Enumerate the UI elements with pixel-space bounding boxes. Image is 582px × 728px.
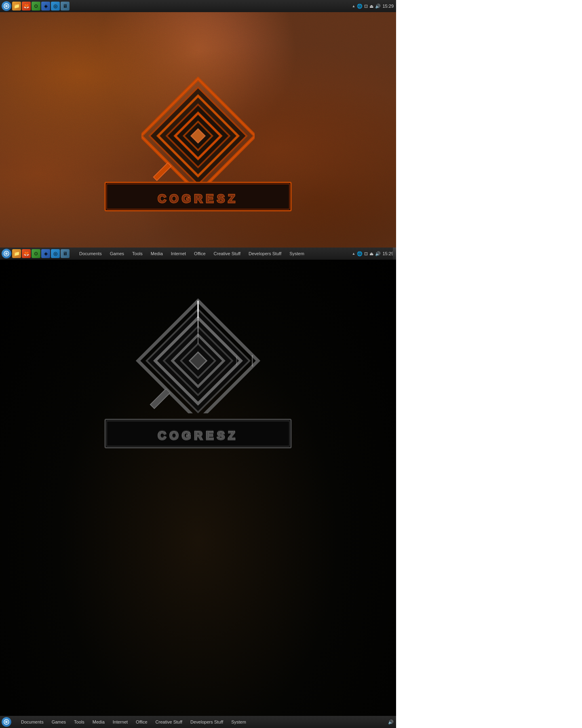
bottom-menu-tools[interactable]: Tools <box>70 716 89 728</box>
desktop-bottom: cogresz cogresz cogresz cogresz Document… <box>0 260 396 728</box>
app2-icon-2[interactable]: ◎ <box>51 249 60 258</box>
tray-icon-disp: ⊡ <box>364 4 368 9</box>
desktop-top: 📁 🦊 ⊙ ◈ ◎ 🖥 ▲ 🌐 ⊡ ⏏ 🔊 15:29 <box>0 0 396 248</box>
svg-text:cogresz: cogresz <box>158 423 238 442</box>
menu-item-media[interactable]: Media <box>147 248 167 260</box>
taskbar-top: 📁 🦊 ⊙ ◈ ◎ 🖥 ▲ 🌐 ⊡ ⏏ 🔊 15:29 <box>0 0 396 12</box>
bottom-menu-documents[interactable]: Documents <box>17 716 48 728</box>
svg-point-19 <box>5 252 8 255</box>
taskbar-menu: 📁 🦊 ⊙ ◈ ◎ 🖥 Documents Games Tools Media … <box>0 248 396 260</box>
monitor-icon-2[interactable]: 🖥 <box>61 249 70 258</box>
folder-icon-2[interactable]: 📁 <box>12 249 21 258</box>
start-button[interactable] <box>2 1 11 11</box>
menu-items: Documents Games Tools Media Internet Off… <box>71 248 352 260</box>
tray-net-2: 🌐 <box>357 251 363 256</box>
svg-rect-31 <box>150 389 170 408</box>
menu-item-creative[interactable]: Creative Stuff <box>210 248 245 260</box>
svg-rect-9 <box>154 163 171 180</box>
bottom-menu-items: Documents Games Tools Media Internet Off… <box>13 716 388 728</box>
monitor-icon[interactable]: 🖥 <box>61 2 70 11</box>
bottom-menu-media[interactable]: Media <box>89 716 109 728</box>
start-button-2[interactable] <box>2 249 11 258</box>
taskbar-bottom-left <box>0 717 13 727</box>
taskbar-time: 15:29 <box>382 4 394 8</box>
bottom-menu-creative[interactable]: Creative Stuff <box>152 716 186 728</box>
folder-icon[interactable]: 📁 <box>12 2 21 11</box>
taskbar-menu-right: ▲ 🌐 ⊡ ⏏ 🔊 15:29 <box>352 251 396 256</box>
bottom-menu-office[interactable]: Office <box>132 716 152 728</box>
menu-item-tools[interactable]: Tools <box>128 248 147 260</box>
menu-item-internet[interactable]: Internet <box>167 248 190 260</box>
bottom-menu-internet[interactable]: Internet <box>109 716 132 728</box>
taskbar-bottom-right: 🔊 <box>388 720 396 725</box>
tray-arrow-2[interactable]: ▲ <box>352 252 356 256</box>
tray-disp-2: ⊡ <box>364 251 368 256</box>
tray-icon-usb: ⏏ <box>369 4 373 9</box>
taskbar-bottom: Documents Games Tools Media Internet Off… <box>0 716 396 728</box>
logo-diamond-dark <box>135 272 261 413</box>
svg-point-1 <box>5 5 8 7</box>
firefox-icon[interactable]: 🦊 <box>22 2 31 11</box>
logo-diamond-rust <box>141 55 255 184</box>
logo-text-dark: cogresz cogresz cogresz cogresz <box>101 417 295 450</box>
menu-item-office[interactable]: Office <box>190 248 210 260</box>
scroll-button[interactable] <box>393 248 396 260</box>
tray-vol-2: 🔊 <box>375 251 381 256</box>
taskbar-top-left: 📁 🦊 ⊙ ◈ ◎ 🖥 <box>0 1 71 11</box>
tray-vol-bottom: 🔊 <box>388 720 394 725</box>
start-button-3[interactable] <box>2 717 11 727</box>
bottom-menu-developers[interactable]: Developers Stuff <box>186 716 227 728</box>
taskbar-menu-left: 📁 🦊 ⊙ ◈ ◎ 🖥 <box>0 249 71 258</box>
chrome-icon[interactable]: ⊙ <box>32 2 40 11</box>
taskbar-top-right: ▲ 🌐 ⊡ ⏏ 🔊 15:29 <box>352 4 396 9</box>
menu-item-games[interactable]: Games <box>106 248 128 260</box>
taskbar-time-2: 15:29 <box>382 251 394 256</box>
desktop-area-top: cogresz cogresz cogresz <box>0 12 396 248</box>
firefox-icon-2[interactable]: 🦊 <box>22 249 31 258</box>
bottom-menu-system[interactable]: System <box>227 716 250 728</box>
bottom-menu-games[interactable]: Games <box>48 716 70 728</box>
logo-text-rust: cogresz cogresz cogresz <box>101 180 295 213</box>
svg-text:cogresz: cogresz <box>158 187 238 206</box>
tray-arrow[interactable]: ▲ <box>352 4 356 8</box>
tray-usb-2: ⏏ <box>369 251 373 256</box>
app1-icon[interactable]: ◈ <box>41 2 50 11</box>
svg-point-42 <box>5 721 8 723</box>
tray-icon-vol: 🔊 <box>375 4 381 9</box>
menu-item-developers[interactable]: Developers Stuff <box>245 248 285 260</box>
menu-item-documents[interactable]: Documents <box>75 248 106 260</box>
menu-item-system[interactable]: System <box>285 248 308 260</box>
chrome-icon-2[interactable]: ⊙ <box>32 249 40 258</box>
tray-icon-net: 🌐 <box>357 4 363 9</box>
app2-icon[interactable]: ◎ <box>51 2 60 11</box>
app1-icon-2[interactable]: ◈ <box>41 249 50 258</box>
